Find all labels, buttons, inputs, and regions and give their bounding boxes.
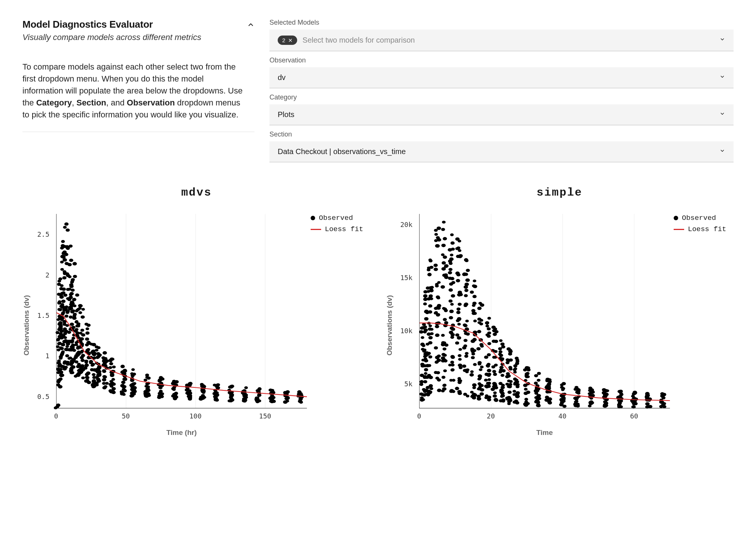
svg-point-402 xyxy=(102,370,106,373)
svg-point-897 xyxy=(451,242,455,245)
svg-point-1325 xyxy=(574,388,577,391)
svg-point-411 xyxy=(112,365,116,368)
svg-point-1114 xyxy=(493,394,497,398)
svg-point-142 xyxy=(64,253,68,256)
svg-point-953 xyxy=(458,348,462,351)
svg-point-483 xyxy=(147,377,151,380)
svg-point-928 xyxy=(458,354,461,357)
svg-point-635 xyxy=(243,397,246,400)
svg-point-1370 xyxy=(606,389,609,392)
svg-point-1176 xyxy=(506,359,511,362)
svg-point-902 xyxy=(448,260,452,263)
svg-point-965 xyxy=(463,339,467,342)
svg-point-156 xyxy=(67,263,71,266)
svg-point-837 xyxy=(434,311,438,314)
svg-point-216 xyxy=(69,285,73,288)
observation-dropdown[interactable]: dv xyxy=(269,67,734,88)
charts-container: mdvsObservations (dv)0.511.522.505010015… xyxy=(22,182,734,437)
svg-point-347 xyxy=(92,373,95,376)
selected-models-dropdown[interactable]: 2 ✕ Select two models for comparison xyxy=(269,30,734,51)
svg-point-943 xyxy=(455,341,459,344)
svg-point-773 xyxy=(428,304,432,308)
svg-point-273 xyxy=(81,377,85,380)
x-tick: 0 xyxy=(54,412,58,420)
svg-point-1177 xyxy=(507,385,510,388)
svg-point-217 xyxy=(73,315,76,317)
svg-point-795 xyxy=(429,294,433,297)
category-label: Category xyxy=(269,93,734,101)
svg-point-520 xyxy=(160,395,164,398)
svg-point-67 xyxy=(58,277,63,280)
svg-point-1273 xyxy=(548,401,552,405)
svg-point-1019 xyxy=(473,363,477,366)
svg-point-499 xyxy=(145,390,149,393)
svg-point-342 xyxy=(90,368,94,371)
svg-point-167 xyxy=(69,316,73,319)
svg-point-1406 xyxy=(631,405,635,408)
svg-point-911 xyxy=(448,248,452,251)
legend: ObservedLoess fit xyxy=(674,214,734,437)
svg-point-230 xyxy=(75,294,79,297)
svg-point-1060 xyxy=(479,368,482,371)
y-axis: 0.511.522.5 xyxy=(34,214,52,437)
svg-point-148 xyxy=(66,247,70,250)
svg-point-663 xyxy=(270,400,274,403)
svg-point-785 xyxy=(430,286,434,289)
svg-point-56 xyxy=(60,295,64,299)
svg-point-1408 xyxy=(632,397,636,401)
svg-point-599 xyxy=(215,386,219,388)
section-dropdown[interactable]: Data Checkout | observations_vs_time xyxy=(269,141,734,162)
svg-point-1281 xyxy=(545,379,549,382)
svg-point-452 xyxy=(120,392,124,395)
svg-point-473 xyxy=(129,384,134,387)
svg-point-827 xyxy=(434,307,438,310)
svg-point-1423 xyxy=(645,405,649,408)
svg-point-926 xyxy=(457,323,461,325)
collapse-toggle[interactable] xyxy=(247,21,254,31)
svg-point-1167 xyxy=(507,391,512,394)
svg-point-1113 xyxy=(493,333,497,336)
svg-point-305 xyxy=(85,337,89,341)
svg-point-100 xyxy=(60,347,64,350)
svg-point-1051 xyxy=(480,303,484,307)
svg-point-819 xyxy=(435,334,439,337)
svg-point-476 xyxy=(130,392,134,395)
svg-point-510 xyxy=(159,390,163,393)
chart-simple: simpleObservations (dv)5k10k15k20k020406… xyxy=(385,182,734,437)
svg-point-290 xyxy=(81,308,85,311)
selection-count-chip[interactable]: 2 ✕ xyxy=(278,36,297,45)
svg-point-782 xyxy=(429,376,433,379)
svg-point-491 xyxy=(144,378,147,381)
svg-point-798 xyxy=(427,390,431,393)
svg-point-991 xyxy=(464,259,468,261)
svg-point-213 xyxy=(71,326,76,329)
svg-point-984 xyxy=(464,289,469,292)
x-tick: 50 xyxy=(122,412,130,420)
svg-point-1089 xyxy=(484,356,488,359)
clear-selection-icon[interactable]: ✕ xyxy=(288,37,293,43)
svg-point-719 xyxy=(420,396,424,399)
category-dropdown[interactable]: Plots xyxy=(269,104,734,125)
svg-point-990 xyxy=(464,303,468,306)
svg-point-187 xyxy=(68,297,72,300)
svg-point-855 xyxy=(441,228,445,231)
divider xyxy=(22,132,254,132)
svg-point-89 xyxy=(61,300,66,303)
x-tick: 60 xyxy=(630,412,638,420)
svg-point-320 xyxy=(83,366,88,369)
svg-point-842 xyxy=(441,285,445,289)
svg-point-88 xyxy=(62,276,66,279)
svg-point-1221 xyxy=(523,368,527,371)
svg-point-1058 xyxy=(478,386,482,389)
svg-point-450 xyxy=(122,388,125,391)
svg-point-201 xyxy=(73,262,77,266)
svg-point-99 xyxy=(61,352,64,355)
svg-point-181 xyxy=(67,331,71,334)
svg-point-577 xyxy=(201,390,205,393)
svg-point-903 xyxy=(450,360,454,363)
svg-point-838 xyxy=(437,238,441,242)
svg-point-1040 xyxy=(477,397,481,401)
chevron-up-icon xyxy=(247,21,254,28)
svg-point-1279 xyxy=(548,398,552,401)
svg-point-1222 xyxy=(524,392,528,395)
